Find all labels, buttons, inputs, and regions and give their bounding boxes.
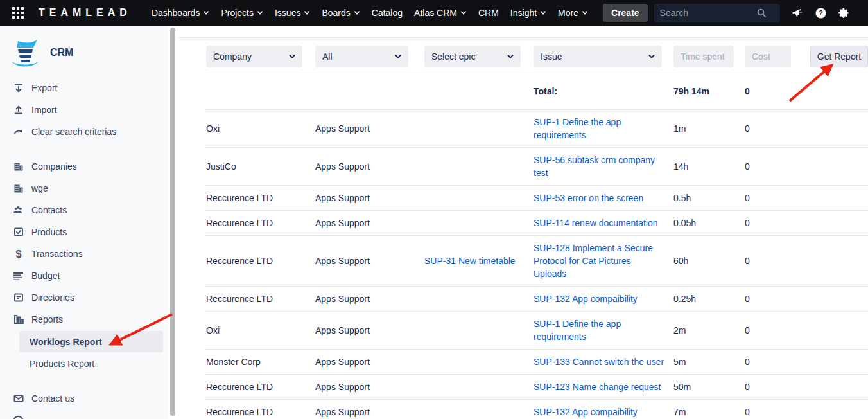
cell-time-spent: 14h [673, 160, 745, 173]
time-spent-input[interactable]: Time spent [673, 46, 734, 67]
sidebar-item-reports[interactable]: Reports [0, 308, 168, 330]
cell-cost: 0 [745, 355, 804, 368]
cell-project: Apps Support [315, 380, 424, 393]
sidebar-item-import[interactable]: Import [0, 99, 168, 121]
table-row: Oxi Apps Support SUP-1 Define the app re… [206, 311, 868, 349]
issue-link[interactable]: SUP-1 Define the app requirements [534, 319, 621, 342]
settings-icon[interactable] [837, 6, 851, 20]
cell-cost: 0 [745, 292, 804, 305]
cell-time-spent: 1m [673, 122, 745, 135]
cell-cost: 0 [745, 217, 804, 229]
crm-app-title: CRM [50, 47, 73, 58]
chevron-down-icon [540, 10, 546, 16]
cell-company: Oxi [206, 122, 315, 135]
chevron-down-icon [460, 10, 467, 16]
worklogs-report-panel: Company All Select epic Issue Time spent… [178, 26, 868, 419]
create-button[interactable]: Create [603, 4, 648, 22]
chevron-down-icon [288, 53, 296, 60]
issue-link[interactable]: SUP-56 subtask crm company test [534, 155, 655, 178]
sidebar: CRM Export Import Clear search criterias [0, 26, 168, 419]
sidebar-item-products-report[interactable]: Products Report [19, 353, 163, 374]
cell-cost: 0 [745, 406, 804, 418]
cost-input[interactable]: Cost [745, 46, 791, 67]
table-row: Reccurence LTD Apps Support SUP-31 New t… [206, 235, 868, 286]
issue-link[interactable]: SUP-123 Name change request [534, 382, 661, 392]
table-row: Reccurence LTD Apps Support SUP-132 App … [206, 399, 868, 419]
nav-atlas-crm[interactable]: Atlas CRM [414, 8, 467, 18]
table-row: Monster Corp Apps Support SUP-133 Cannot… [206, 349, 868, 374]
nav-dashboards[interactable]: Dashboards [152, 8, 210, 18]
cell-cost: 0 [745, 122, 804, 135]
table-row: Reccurence LTD Apps Support SUP-123 Name… [206, 374, 868, 399]
worklogs-table: Total: 79h 14m 0 Oxi Apps Support SUP-1 … [206, 73, 868, 419]
epic-link[interactable]: SUP-31 New timetable [424, 256, 516, 266]
get-report-button[interactable]: Get Report [810, 46, 868, 67]
nav-issues[interactable]: Issues [275, 8, 310, 18]
epic-filter-select[interactable]: Select epic [424, 46, 521, 67]
sidebar-item-budget[interactable]: Budget [0, 265, 168, 287]
cell-cost: 0 [745, 254, 804, 267]
table-row: Reccurence LTD Apps Support SUP-114 rene… [206, 210, 868, 235]
nav-crm[interactable]: CRM [478, 8, 499, 18]
products-icon [13, 227, 24, 238]
nav-boards[interactable]: Boards [322, 8, 360, 18]
issue-link[interactable]: SUP-132 App compaibility [534, 294, 638, 304]
nav-more[interactable]: More [558, 8, 588, 18]
chevron-down-icon [648, 53, 655, 60]
cell-company: Reccurence LTD [206, 192, 315, 204]
cell-project: Apps Support [315, 122, 424, 135]
cell-cost: 0 [745, 192, 804, 204]
partially-visible-icon [13, 416, 24, 419]
filter-bar: Company All Select epic Issue Time spent… [206, 38, 868, 73]
search-box[interactable] [654, 4, 780, 22]
cell-project: Apps Support [315, 217, 424, 229]
sidebar-item-wge[interactable]: wge [0, 177, 168, 199]
cell-company: Reccurence LTD [206, 406, 315, 418]
app-switcher-icon[interactable] [12, 6, 26, 20]
issue-link[interactable]: SUP-1 Define the app requirements [534, 117, 621, 140]
sidebar-item-contacts[interactable]: Contacts [0, 199, 168, 221]
directories-icon [13, 292, 24, 303]
nav-projects[interactable]: Projects [221, 8, 263, 18]
help-icon[interactable]: ? [814, 6, 828, 20]
cell-project: Apps Support [315, 254, 424, 267]
clear-icon [13, 127, 24, 138]
announcement-icon[interactable] [791, 6, 805, 20]
sidebar-item-clear-search-criterias[interactable]: Clear search criterias [0, 121, 168, 143]
cell-cost: 0 [745, 324, 804, 337]
sidebar-item-worklogs-report[interactable]: Worklogs Report [19, 331, 163, 352]
sidebar-item-companies[interactable]: Companies [0, 156, 168, 177]
sidebar-item-export[interactable]: Export [0, 77, 168, 99]
issue-link[interactable]: SUP-133 Cannot switch the user [534, 357, 664, 367]
cell-company: Reccurence LTD [206, 254, 315, 267]
issue-filter-select[interactable]: Issue [534, 46, 662, 67]
cell-company: Reccurence LTD [206, 380, 315, 393]
svg-text:$: $ [15, 249, 21, 259]
brand-logo[interactable]: TEAMLEAD [39, 7, 132, 19]
issue-link[interactable]: SUP-114 renew documentation [534, 218, 658, 228]
cell-project: Apps Support [315, 192, 424, 204]
chevron-down-icon [394, 53, 402, 60]
cell-cost: 0 [745, 160, 804, 173]
sidebar-scrollbar[interactable] [170, 28, 175, 416]
sidebar-item-transactions[interactable]: $ Transactions [0, 243, 168, 265]
issue-link[interactable]: SUP-53 error on the screen [534, 193, 643, 203]
sidebar-item-directories[interactable]: Directories [0, 287, 168, 308]
nav-catalog[interactable]: Catalog [372, 8, 403, 18]
company-filter-select[interactable]: Company [206, 46, 302, 67]
sidebar-item-products[interactable]: Products [0, 221, 168, 243]
sidebar-item-contact-us[interactable]: Contact us [0, 388, 168, 409]
issue-link[interactable]: SUP-128 Implement a Secure Protocol for … [534, 243, 653, 279]
cell-project: Apps Support [315, 324, 424, 337]
crm-logo [9, 37, 41, 68]
crm-app-header: CRM [0, 26, 168, 77]
sidebar-scrollbar-track [168, 26, 178, 419]
svg-text:?: ? [819, 9, 823, 17]
cell-time-spent: 0.05h [673, 217, 745, 229]
nav-insight[interactable]: Insight [510, 8, 546, 18]
chevron-down-icon [203, 10, 209, 16]
search-input[interactable] [660, 8, 756, 18]
project-filter-select[interactable]: All [315, 46, 408, 67]
issue-link[interactable]: SUP-132 App compaibility [534, 407, 638, 417]
chevron-down-icon [304, 10, 310, 16]
